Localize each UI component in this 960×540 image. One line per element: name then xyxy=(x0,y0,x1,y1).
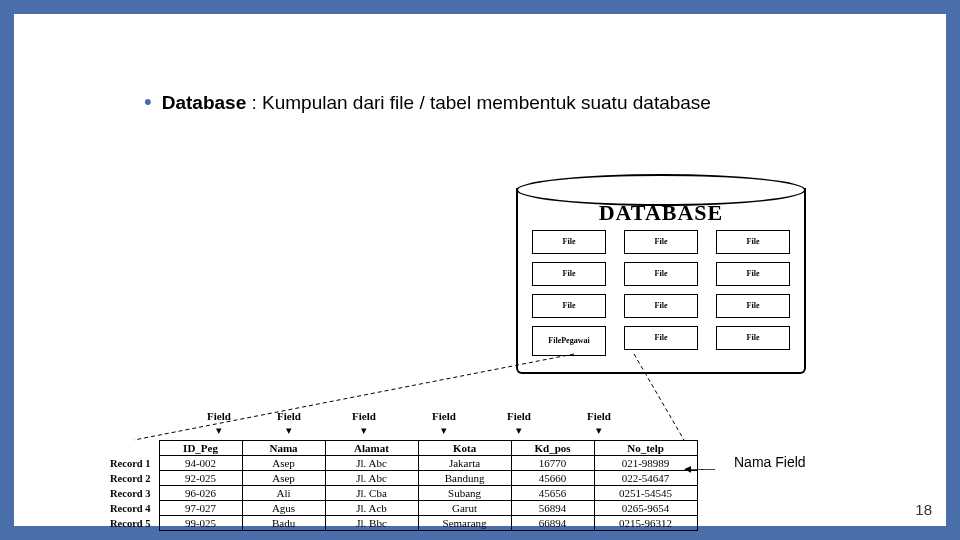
diagram-area: DATABASE FileFileFileFileFileFileFileFil… xyxy=(74,164,916,526)
slide-frame: • Database : Kumpulan dari file / tabel … xyxy=(0,0,960,540)
file-grid: FileFileFileFileFileFileFileFileFileFile… xyxy=(532,230,790,350)
column-header: Nama xyxy=(242,441,325,456)
table-cell: 96-026 xyxy=(159,486,242,501)
table-cell: Jl. Abc xyxy=(325,471,418,486)
table-cell: 94-002 xyxy=(159,456,242,471)
cylinder-title: DATABASE xyxy=(516,200,806,226)
file-box: File xyxy=(624,230,698,254)
file-box: File xyxy=(532,230,606,254)
table-cell: 99-025 xyxy=(159,516,242,531)
table-cell: Jl. Abc xyxy=(325,456,418,471)
file-box: File xyxy=(532,262,606,286)
table-row: Record 599-025BaduJl. BbcSemarang6689402… xyxy=(104,516,697,531)
table-cell: 66894 xyxy=(511,516,594,531)
bullet-definition: : Kumpulan dari file / tabel membentuk s… xyxy=(246,92,711,113)
table-cell: 16770 xyxy=(511,456,594,471)
table-cell: Bandung xyxy=(418,471,511,486)
field-label: Field xyxy=(324,410,404,422)
table-row: Record 396-026AliJl. CbaSubang456560251-… xyxy=(104,486,697,501)
table-cell: Asep xyxy=(242,456,325,471)
table-corner xyxy=(104,441,159,456)
column-header: ID_Peg xyxy=(159,441,242,456)
column-header: No_telp xyxy=(594,441,697,456)
down-arrow-icon: ▾ xyxy=(324,424,404,437)
row-label: Record 1 xyxy=(104,456,159,471)
table-cell: Agus xyxy=(242,501,325,516)
row-label: Record 5 xyxy=(104,516,159,531)
file-box-pegawai: FilePegawai xyxy=(532,326,606,356)
table-cell: Garut xyxy=(418,501,511,516)
field-label: Field xyxy=(554,410,644,422)
table-cell: 45656 xyxy=(511,486,594,501)
table-cell: 45660 xyxy=(511,471,594,486)
table-cell: Semarang xyxy=(418,516,511,531)
table-cell: 0215-96312 xyxy=(594,516,697,531)
table-cell: Jl. Cba xyxy=(325,486,418,501)
column-header: Kd_pos xyxy=(511,441,594,456)
bullet-item: • Database : Kumpulan dari file / tabel … xyxy=(144,90,856,116)
table-row: Record 292-025AsepJl. AbcBandung45660022… xyxy=(104,471,697,486)
down-arrow-icon: ▾ xyxy=(554,424,644,437)
page-number: 18 xyxy=(915,501,932,518)
row-label: Record 3 xyxy=(104,486,159,501)
arrow-left-icon: ◂—— xyxy=(684,460,713,477)
file-box: File xyxy=(716,326,790,350)
table-cell: Jl. Acb xyxy=(325,501,418,516)
table-cell: Badu xyxy=(242,516,325,531)
field-label: Field xyxy=(184,410,254,422)
field-labels-row: FieldFieldFieldFieldFieldField xyxy=(184,410,644,422)
row-label: Record 4 xyxy=(104,501,159,516)
down-arrow-icon: ▾ xyxy=(254,424,324,437)
down-arrow-icon: ▾ xyxy=(484,424,554,437)
column-header: Kota xyxy=(418,441,511,456)
table-cell: 022-54647 xyxy=(594,471,697,486)
table-cell: 0265-9654 xyxy=(594,501,697,516)
file-box: File xyxy=(624,262,698,286)
table-cell: Subang xyxy=(418,486,511,501)
table-cell: 0251-54545 xyxy=(594,486,697,501)
field-label: Field xyxy=(254,410,324,422)
file-box: File xyxy=(716,294,790,318)
field-label: Field xyxy=(404,410,484,422)
down-arrow-icon: ▾ xyxy=(404,424,484,437)
row-label: Record 2 xyxy=(104,471,159,486)
file-box: File xyxy=(532,294,606,318)
table-cell: 56894 xyxy=(511,501,594,516)
bullet-dot-icon: • xyxy=(144,90,152,114)
table-cell: 021-98989 xyxy=(594,456,697,471)
slide-body: • Database : Kumpulan dari file / tabel … xyxy=(144,90,856,116)
table-cell: 92-025 xyxy=(159,471,242,486)
file-box: File xyxy=(716,262,790,286)
file-box: File xyxy=(624,326,698,350)
field-arrows-row: ▾▾▾▾▾▾ xyxy=(184,424,644,437)
column-header: Alamat xyxy=(325,441,418,456)
field-label: Field xyxy=(484,410,554,422)
down-arrow-icon: ▾ xyxy=(184,424,254,437)
table-cell: Jl. Bbc xyxy=(325,516,418,531)
bullet-text: Database : Kumpulan dari file / tabel me… xyxy=(162,90,711,116)
file-box: File xyxy=(624,294,698,318)
records-table: ID_PegNamaAlamatKotaKd_posNo_telpRecord … xyxy=(104,440,698,531)
file-box: File xyxy=(716,230,790,254)
database-cylinder: DATABASE FileFileFileFileFileFileFileFil… xyxy=(516,174,806,374)
table-cell: Asep xyxy=(242,471,325,486)
nama-field-label: Nama Field xyxy=(734,454,806,470)
table-row: Record 497-027AgusJl. AcbGarut568940265-… xyxy=(104,501,697,516)
bullet-term: Database xyxy=(162,92,247,113)
table-cell: Jakarta xyxy=(418,456,511,471)
table-row: Record 194-002AsepJl. AbcJakarta16770021… xyxy=(104,456,697,471)
table-cell: 97-027 xyxy=(159,501,242,516)
table-cell: Ali xyxy=(242,486,325,501)
